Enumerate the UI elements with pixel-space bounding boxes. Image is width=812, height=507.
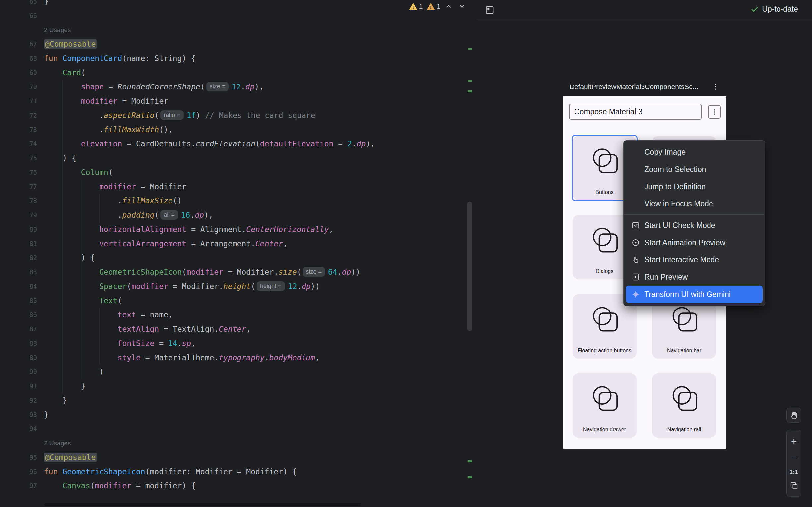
line-number[interactable]: 97 bbox=[0, 479, 37, 493]
line-number[interactable]: 89 bbox=[0, 351, 37, 365]
preview-options-button[interactable] bbox=[711, 81, 721, 92]
weak-warning-indicator[interactable]: 1 bbox=[426, 2, 440, 11]
usages-inlay[interactable]: 2 Usages bbox=[44, 23, 71, 37]
gutter bbox=[0, 436, 37, 450]
menu-item-copy-image[interactable]: Copy Image bbox=[626, 144, 763, 161]
component-card-navigation-rail[interactable]: Navigation rail bbox=[652, 374, 716, 438]
zoom-in-button[interactable]: + bbox=[787, 437, 801, 446]
preview-layout-button[interactable] bbox=[484, 4, 496, 16]
line-number[interactable]: 78 bbox=[0, 194, 37, 208]
code-line[interactable]: } bbox=[44, 379, 86, 393]
menu-item-jump-to-definition[interactable]: Jump to Definition bbox=[626, 178, 763, 195]
line-number[interactable]: 87 bbox=[0, 322, 37, 336]
line-number[interactable]: 79 bbox=[0, 208, 37, 222]
zoom-to-fit-button[interactable] bbox=[787, 482, 801, 490]
line-number[interactable]: 96 bbox=[0, 465, 37, 479]
editor-vertical-scrollbar[interactable] bbox=[467, 202, 472, 331]
code-line[interactable]: Column( bbox=[44, 165, 113, 180]
line-number[interactable]: 75 bbox=[0, 151, 37, 165]
line-number[interactable]: 85 bbox=[0, 294, 37, 308]
code-line[interactable]: fun GeometricShapeIcon(modifier: Modifie… bbox=[44, 465, 297, 479]
change-marker bbox=[468, 90, 472, 93]
code-line[interactable]: Spacer(modifier = Modifier.height(height… bbox=[44, 279, 320, 294]
preview-title: DefaultPreviewMaterial3ComponentsSc... bbox=[569, 83, 699, 91]
code-line[interactable]: style = MaterialTheme.typography.bodyMed… bbox=[44, 351, 320, 365]
line-number[interactable]: 69 bbox=[0, 66, 37, 80]
line-number[interactable]: 73 bbox=[0, 123, 37, 137]
code-line[interactable]: .fillMaxWidth(), bbox=[44, 123, 173, 137]
code-line[interactable]: Canvas(modifier = modifier) { bbox=[44, 479, 196, 493]
code-line[interactable]: horizontalAlignment = Alignment.CenterHo… bbox=[44, 222, 334, 237]
line-number[interactable]: 67 bbox=[0, 37, 37, 51]
menu-item-run-preview[interactable]: Run Preview bbox=[626, 268, 763, 286]
code-line[interactable]: } bbox=[44, 393, 67, 408]
next-highlight-button[interactable] bbox=[457, 2, 467, 11]
component-card-label: Navigation bar bbox=[652, 348, 716, 353]
menu-item-start-ui-check-mode[interactable]: Start UI Check Mode bbox=[626, 217, 763, 234]
line-number[interactable]: 77 bbox=[0, 180, 37, 194]
code-line[interactable]: ) { bbox=[44, 151, 76, 165]
warning-indicator[interactable]: 1 bbox=[409, 2, 422, 11]
code-line[interactable]: GeometricShapeIcon(modifier = Modifier.s… bbox=[44, 265, 360, 279]
parameter-hint: size = bbox=[206, 82, 229, 92]
code-line[interactable]: fun ComponentCard(name: String) { bbox=[44, 51, 196, 66]
gutter bbox=[0, 23, 37, 37]
line-number[interactable]: 66 bbox=[0, 9, 37, 23]
menu-item-zoom-to-selection[interactable]: Zoom to Selection bbox=[626, 161, 763, 178]
line-number[interactable]: 70 bbox=[0, 80, 37, 94]
line-number[interactable]: 80 bbox=[0, 222, 37, 237]
line-number[interactable]: 68 bbox=[0, 51, 37, 66]
line-number[interactable]: 92 bbox=[0, 393, 37, 408]
editor-horizontal-scrollbar[interactable] bbox=[44, 503, 361, 506]
code-line[interactable]: fontSize = 14.sp, bbox=[44, 336, 196, 351]
code-line[interactable]: textAlign = TextAlign.Center, bbox=[44, 322, 251, 336]
line-number[interactable]: 94 bbox=[0, 422, 37, 436]
pan-tool-button[interactable] bbox=[786, 408, 801, 422]
code-line[interactable]: .aspectRatio(ratio =1f) // Makes the car… bbox=[44, 108, 315, 123]
line-number[interactable]: 74 bbox=[0, 137, 37, 151]
line-number[interactable]: 86 bbox=[0, 308, 37, 322]
line-number[interactable]: 83 bbox=[0, 265, 37, 279]
code-line[interactable]: Text( bbox=[44, 294, 122, 308]
line-number[interactable]: 72 bbox=[0, 108, 37, 123]
line-number[interactable]: 65 bbox=[0, 0, 37, 9]
code-line[interactable]: text = name, bbox=[44, 308, 173, 322]
component-card-navigation-drawer[interactable]: Navigation drawer bbox=[572, 374, 637, 438]
line-number[interactable]: 90 bbox=[0, 365, 37, 379]
code-line[interactable]: elevation = CardDefaults.cardElevation(d… bbox=[44, 137, 375, 151]
code-line[interactable]: @Composable bbox=[44, 450, 97, 465]
line-number[interactable]: 76 bbox=[0, 165, 37, 180]
code-line[interactable]: } bbox=[44, 408, 49, 422]
code-editor[interactable]: 65}662 Usages67@Composable68fun Componen… bbox=[0, 0, 475, 507]
usages-inlay[interactable]: 2 Usages bbox=[44, 436, 71, 450]
line-number[interactable]: 81 bbox=[0, 237, 37, 251]
code-line[interactable]: ) bbox=[44, 365, 104, 379]
line-number[interactable]: 88 bbox=[0, 336, 37, 351]
code-line[interactable]: ) { bbox=[44, 251, 95, 265]
code-line[interactable]: @Composable bbox=[44, 37, 97, 51]
zoom-out-button[interactable]: − bbox=[787, 453, 801, 463]
code-line[interactable]: } bbox=[44, 0, 49, 9]
check-icon bbox=[750, 5, 759, 14]
code-line[interactable]: .padding(all =16.dp), bbox=[44, 208, 213, 222]
menu-item-icon-slot bbox=[631, 148, 643, 156]
line-number[interactable]: 71 bbox=[0, 94, 37, 108]
line-number[interactable]: 84 bbox=[0, 279, 37, 294]
previous-highlight-button[interactable] bbox=[444, 2, 453, 11]
code-line[interactable]: .fillMaxSize() bbox=[44, 194, 182, 208]
menu-item-transform-ui-with-gemini[interactable]: Transform UI with Gemini bbox=[626, 286, 763, 303]
code-line[interactable]: modifier = Modifier bbox=[44, 180, 187, 194]
line-number[interactable]: 82 bbox=[0, 251, 37, 265]
code-line[interactable]: modifier = Modifier bbox=[44, 94, 168, 108]
line-number[interactable]: 93 bbox=[0, 408, 37, 422]
menu-item-start-interactive-mode[interactable]: Start Interactive Mode bbox=[626, 251, 763, 268]
zoom-actual-size-button[interactable]: 1:1 bbox=[787, 469, 801, 475]
code-line[interactable]: shape = RoundedCornerShape(size =12.dp), bbox=[44, 80, 264, 94]
menu-item-view-in-focus-mode[interactable]: View in Focus Mode bbox=[626, 195, 763, 212]
inspections-widget: 1 1 bbox=[409, 2, 467, 11]
chevron-down-icon bbox=[458, 2, 466, 10]
line-number[interactable]: 91 bbox=[0, 379, 37, 393]
code-line[interactable]: Card( bbox=[44, 66, 86, 80]
menu-item-start-animation-preview[interactable]: Start Animation Preview bbox=[626, 234, 763, 251]
line-number[interactable]: 95 bbox=[0, 450, 37, 465]
